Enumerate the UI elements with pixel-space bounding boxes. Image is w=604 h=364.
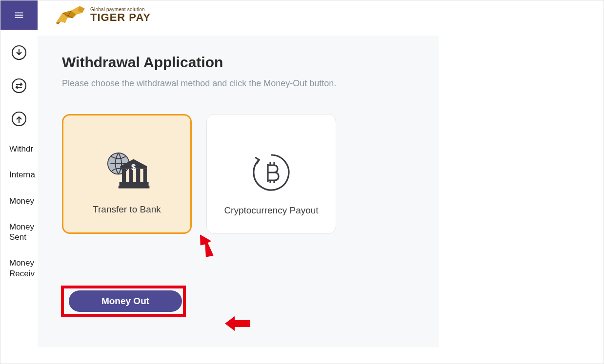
- svg-point-7: [12, 79, 26, 93]
- tiger-icon: [52, 4, 86, 26]
- sidebar-item-money-received[interactable]: Money Receiv: [0, 258, 38, 279]
- page-title: Withdrawal Application: [62, 54, 414, 71]
- svg-rect-15: [120, 182, 149, 186]
- sidebar-item-withdraw[interactable]: Withdr: [0, 144, 38, 154]
- bank-globe-icon: $: [102, 150, 151, 193]
- svg-rect-13: [136, 169, 140, 182]
- brand-name: TIGER PAY: [90, 12, 151, 23]
- method-label: Cryptocurrency Payout: [224, 205, 318, 216]
- money-out-button[interactable]: Money Out: [69, 290, 182, 312]
- bitcoin-circle-icon: [247, 151, 296, 194]
- svg-rect-14: [143, 169, 147, 182]
- sidebar-item-internal[interactable]: Interna: [0, 170, 38, 180]
- svg-rect-16: [119, 186, 150, 188]
- method-label: Transfer to Bank: [93, 204, 161, 215]
- hamburger-menu-button[interactable]: [0, 0, 38, 30]
- exchange-circle-icon: [11, 77, 27, 94]
- page-instructions: Please choose the withdrawal method and …: [62, 78, 414, 89]
- arrow-up-circle-icon: [11, 111, 27, 127]
- sidebar: Withdr Interna Money Money Sent Money Re…: [0, 30, 38, 364]
- sidebar-item-money-sent[interactable]: Money Sent: [0, 222, 38, 243]
- sidebar-icon-exchange[interactable]: [11, 77, 27, 94]
- svg-rect-11: [122, 169, 126, 182]
- sidebar-item-money[interactable]: Money: [0, 196, 38, 206]
- svg-text:$: $: [131, 163, 136, 172]
- hamburger-icon: [14, 10, 24, 20]
- withdrawal-panel: Withdrawal Application Please choose the…: [38, 36, 439, 347]
- sidebar-icon-deposit[interactable]: [11, 44, 27, 61]
- method-card-transfer-bank[interactable]: $ Transfer to Bank: [62, 114, 192, 234]
- sidebar-icon-withdraw[interactable]: [11, 111, 27, 127]
- method-card-crypto-payout[interactable]: Cryptocurrency Payout: [206, 114, 336, 234]
- brand-logo: Global payment solution TIGER PAY: [52, 4, 151, 26]
- arrow-down-circle-icon: [11, 44, 27, 61]
